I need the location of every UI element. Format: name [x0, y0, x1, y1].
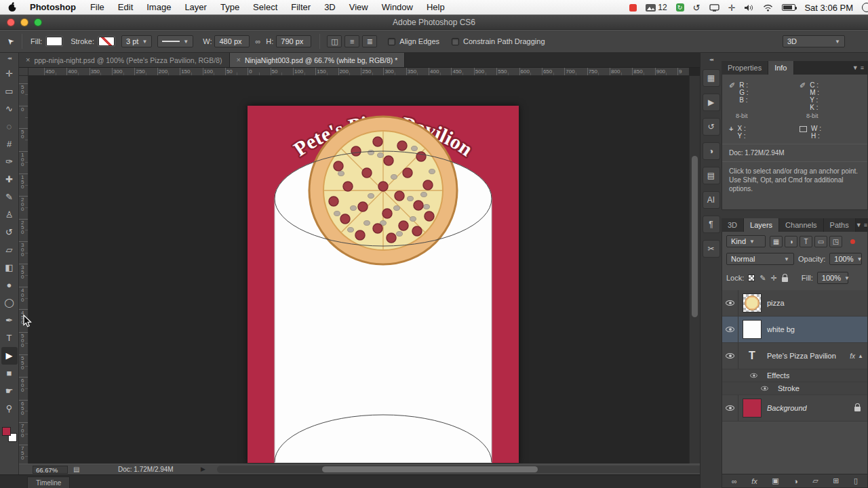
zoom-tool-icon[interactable]: ⚲ [1, 400, 18, 418]
panel-menu-icon[interactable]: ▼≡ [856, 218, 868, 232]
horizontal-ruler[interactable]: 4504003503002502001501005005010015020025… [28, 68, 689, 76]
hand-tool-icon[interactable]: ☛ [1, 382, 18, 400]
new-layer-icon[interactable]: ⊞ [833, 476, 839, 485]
marquee-tool-icon[interactable]: ▭ [1, 83, 18, 100]
delete-layer-icon[interactable]: ▯ [854, 476, 858, 485]
healing-brush-tool-icon[interactable]: ✚ [1, 171, 18, 188]
apple-menu-icon[interactable] [8, 2, 17, 12]
layer-row-background[interactable]: Background [722, 395, 867, 422]
filter-smart-objects-icon[interactable]: ◳ [829, 236, 842, 247]
path-selection-tool-icon[interactable]: ▶ [1, 347, 18, 365]
photos-status-icon[interactable]: 12 [646, 3, 667, 12]
time-machine-icon[interactable]: ↺ [693, 3, 701, 13]
lock-position-icon[interactable]: ✛ [771, 274, 777, 283]
fx-badge[interactable]: fx [850, 352, 855, 360]
collapse-toolbar-icon[interactable]: ◂◂ [7, 56, 11, 61]
menu-help[interactable]: Help [420, 0, 452, 15]
wifi-icon[interactable] [763, 4, 773, 12]
add-mask-icon[interactable]: ▣ [772, 476, 778, 485]
menu-layer[interactable]: Layer [178, 0, 214, 15]
close-window-icon[interactable] [7, 18, 15, 26]
document-tab[interactable]: ×NinjaNight003.psd @ 66.7% (white bg, RG… [230, 53, 406, 67]
menu-view[interactable]: View [342, 0, 375, 15]
layer-row-white-bg[interactable]: white bg [722, 317, 867, 343]
collapse-effects-icon[interactable]: ▲ [858, 353, 863, 359]
menu-select[interactable]: Select [246, 0, 284, 15]
visibility-toggle[interactable] [722, 343, 738, 369]
status-menu-arrow-icon[interactable]: ▶ [201, 466, 205, 472]
menubar-clock[interactable]: Sat 3:06 PM [804, 3, 853, 13]
clone-stamp-tool-icon[interactable]: ♙ [1, 206, 18, 224]
tab-properties[interactable]: Properties [722, 61, 768, 75]
adjustments-panel-icon[interactable]: ◑ [703, 142, 720, 160]
horizontal-scrollbar-thumb[interactable] [322, 466, 538, 472]
eraser-tool-icon[interactable]: ▱ [1, 241, 18, 259]
styles-panel-icon[interactable]: ▤ [703, 167, 720, 184]
tab-close-icon[interactable]: × [237, 56, 241, 64]
link-dimensions-icon[interactable]: ∞ [255, 37, 260, 45]
zoom-level-input[interactable]: 66.67% [33, 466, 68, 474]
brush-tool-icon[interactable]: ✎ [1, 188, 18, 206]
layer-style-icon[interactable]: fx [751, 477, 757, 485]
zoom-window-icon[interactable] [34, 18, 42, 26]
constrain-path-checkbox[interactable] [452, 38, 459, 45]
swatches-panel-icon[interactable]: ▦ [703, 69, 720, 87]
canvas-area[interactable]: Pete's Pizza Pavilion [28, 76, 689, 464]
shape-width-input[interactable]: 480 px [214, 35, 250, 47]
clone-source-panel-icon[interactable]: ✂ [703, 240, 720, 258]
adjustment-layer-icon[interactable]: ◑ [793, 477, 798, 485]
tab-layers[interactable]: Layers [744, 218, 779, 232]
document-tab[interactable]: ×ppp-ninja-night.psd @ 100% (Pete's Pizz… [19, 53, 230, 67]
fill-swatch[interactable] [46, 37, 62, 46]
tab-channels[interactable]: Channels [779, 218, 823, 232]
vertical-ruler[interactable]: 5 005 01 0 01 5 02 0 02 5 03 0 03 5 04 0… [19, 76, 28, 464]
history-brush-tool-icon[interactable]: ↺ [1, 224, 18, 241]
lock-transparency-icon[interactable] [748, 274, 755, 281]
stroke-swatch[interactable] [98, 37, 115, 46]
visibility-toggle[interactable] [722, 395, 738, 421]
layer-row-effects[interactable]: Effects [722, 369, 867, 382]
character-panel-icon[interactable]: AI [703, 191, 720, 209]
horizontal-scrollbar[interactable] [217, 466, 704, 473]
menu-filter[interactable]: Filter [284, 0, 317, 15]
path-align-icon[interactable]: ≡ [344, 35, 359, 47]
menu-3d[interactable]: 3D [317, 0, 342, 15]
vertical-scrollbar-thumb[interactable] [692, 156, 698, 317]
spotlight-icon[interactable] [862, 3, 868, 12]
stroke-style-select[interactable]: ▼ [157, 35, 193, 47]
filter-pixel-layers-icon[interactable]: ▦ [770, 236, 783, 247]
layer-row-stroke[interactable]: Stroke [722, 382, 867, 395]
battery-icon[interactable] [782, 4, 795, 11]
foreground-color-swatch[interactable] [2, 427, 11, 436]
menu-edit[interactable]: Edit [111, 0, 140, 15]
shape-tool-icon[interactable]: ■ [1, 365, 18, 382]
fill-input[interactable]: 100%▼ [817, 272, 848, 284]
filter-toggle-icon[interactable] [850, 239, 855, 244]
tab-paths[interactable]: Paths [824, 218, 856, 232]
dodge-tool-icon[interactable]: ◯ [1, 294, 18, 312]
tab-info[interactable]: Info [768, 61, 793, 75]
filter-type-layers-icon[interactable]: T [800, 236, 812, 247]
new-group-icon[interactable]: ▱ [812, 476, 818, 485]
tab-3d[interactable]: 3D [722, 218, 744, 232]
expand-dock-icon[interactable]: ◂◂ [709, 57, 713, 62]
layer-row-pizza[interactable]: pizza [722, 290, 867, 317]
align-edges-checkbox[interactable] [388, 38, 395, 45]
lasso-tool-icon[interactable]: ∿ [1, 100, 18, 118]
tab-close-icon[interactable]: × [26, 56, 30, 64]
vertical-scrollbar[interactable] [689, 76, 700, 464]
record-status-icon[interactable] [629, 4, 637, 12]
actions-panel-icon[interactable]: ▶ [703, 94, 720, 111]
sync-status-icon[interactable]: ↻ [676, 3, 684, 12]
timeline-tab[interactable]: Timeline [27, 476, 70, 488]
layer-row-pete-s-pizza-pavilion[interactable]: TPete's Pizza Pavilionfx▲ [722, 343, 867, 369]
path-arrange-icon[interactable]: ≣ [362, 35, 377, 47]
lock-all-icon[interactable] [782, 277, 788, 282]
visibility-toggle[interactable] [756, 382, 772, 394]
filter-adjustment-layers-icon[interactable]: ◑ [785, 236, 797, 247]
menu-type[interactable]: Type [214, 0, 246, 15]
filter-kind-select[interactable]: Kind▼ [726, 235, 766, 247]
blend-mode-select[interactable]: Normal▼ [726, 253, 794, 265]
crop-tool-icon[interactable]: # [1, 136, 18, 153]
opacity-input[interactable]: 100%▼ [829, 253, 862, 265]
